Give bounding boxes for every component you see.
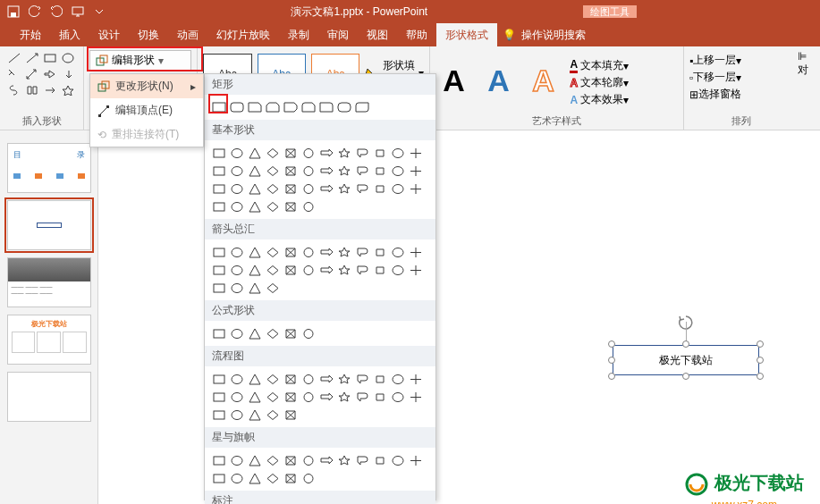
tab-help[interactable]: 帮助: [397, 23, 436, 46]
shape-option[interactable]: [389, 370, 407, 388]
shape-option[interactable]: [210, 469, 228, 487]
tab-record[interactable]: 录制: [279, 23, 318, 46]
shape-option[interactable]: [210, 406, 228, 424]
slideshow-icon[interactable]: [68, 2, 88, 21]
shape-option[interactable]: [335, 243, 353, 261]
shape-option[interactable]: [300, 243, 317, 261]
shape-option[interactable]: [264, 370, 282, 388]
shape-option[interactable]: [407, 451, 425, 469]
shape-option[interactable]: [228, 162, 246, 180]
shape-option[interactable]: [264, 144, 282, 162]
shape-option[interactable]: [210, 388, 228, 406]
shape-option[interactable]: [300, 197, 317, 215]
shape-option[interactable]: [282, 388, 300, 406]
shape-rectangle[interactable]: [210, 98, 228, 116]
text-effects-button[interactable]: A文本效果 ▾: [570, 91, 629, 108]
shape-option[interactable]: [407, 370, 425, 388]
shape-option[interactable]: [246, 279, 264, 297]
shape-option[interactable]: [228, 144, 246, 162]
shape-option[interactable]: [317, 370, 335, 388]
shape-option[interactable]: [317, 451, 335, 469]
tab-view[interactable]: 视图: [358, 23, 397, 46]
shape-option[interactable]: [335, 388, 353, 406]
shape-option[interactable]: [371, 261, 389, 279]
shape-option[interactable]: [407, 243, 425, 261]
shape-option[interactable]: [317, 261, 335, 279]
shape-option[interactable]: [228, 243, 246, 261]
shape-option[interactable]: [282, 162, 300, 180]
shape-gallery-mini[interactable]: [5, 48, 86, 98]
edit-points-menuitem[interactable]: 编辑顶点(E): [90, 98, 203, 122]
shape-option[interactable]: [264, 406, 282, 424]
shape-option[interactable]: [246, 144, 264, 162]
shape-option[interactable]: [282, 144, 300, 162]
tab-slideshow[interactable]: 幻灯片放映: [207, 23, 279, 46]
shape-option[interactable]: [300, 144, 317, 162]
selection-pane-button[interactable]: ⊞ 选择窗格: [689, 86, 792, 103]
shape-option[interactable]: [264, 279, 282, 297]
shape-option[interactable]: [371, 451, 389, 469]
shape-round1[interactable]: [317, 98, 335, 116]
shape-option[interactable]: [210, 144, 228, 162]
shape-option[interactable]: [317, 162, 335, 180]
shape-option[interactable]: [300, 324, 317, 342]
shape-option[interactable]: [389, 162, 407, 180]
slide-thumbnail-5[interactable]: [7, 372, 91, 422]
shape-option[interactable]: [264, 162, 282, 180]
save-icon[interactable]: [4, 2, 23, 21]
bring-forward-button[interactable]: ▪ 上移一层 ▾: [689, 52, 792, 69]
shape-option[interactable]: [228, 180, 246, 197]
shape-option[interactable]: [246, 451, 264, 469]
change-shape-menuitem[interactable]: 更改形状(N)▸: [90, 74, 203, 98]
tab-home[interactable]: 开始: [11, 23, 50, 46]
shape-option[interactable]: [353, 370, 371, 388]
resize-handle-nw[interactable]: [608, 340, 615, 348]
shape-option[interactable]: [389, 261, 407, 279]
shape-option[interactable]: [371, 180, 389, 197]
shape-option[interactable]: [228, 197, 246, 215]
wordart-style[interactable]: A: [525, 63, 561, 98]
shape-option[interactable]: [300, 451, 317, 469]
shape-option[interactable]: [264, 180, 282, 197]
shape-option[interactable]: [246, 197, 264, 215]
tell-me-search[interactable]: 操作说明搜索: [521, 23, 595, 46]
selected-shape[interactable]: 极光下载站: [613, 345, 759, 375]
shape-option[interactable]: [246, 388, 264, 406]
shape-option[interactable]: [228, 261, 246, 279]
shape-option[interactable]: [282, 406, 300, 424]
shape-option[interactable]: [389, 180, 407, 197]
tab-review[interactable]: 审阅: [318, 23, 358, 46]
shape-option[interactable]: [228, 388, 246, 406]
shape-option[interactable]: [282, 197, 300, 215]
shape-option[interactable]: [300, 388, 317, 406]
shape-option[interactable]: [389, 243, 407, 261]
shape-option[interactable]: [282, 261, 300, 279]
shape-snip2[interactable]: [264, 98, 282, 116]
shape-snipround[interactable]: [300, 98, 317, 116]
shape-option[interactable]: [264, 197, 282, 215]
shape-option[interactable]: [282, 324, 300, 342]
shape-option[interactable]: [228, 451, 246, 469]
edit-shape-button[interactable]: 编辑形状 ▾: [89, 50, 191, 71]
tab-animations[interactable]: 动画: [168, 23, 207, 46]
tab-transitions[interactable]: 切换: [129, 23, 168, 46]
shape-option[interactable]: [300, 180, 317, 197]
wordart-style[interactable]: A: [435, 63, 471, 98]
slide-thumbnail-4[interactable]: 极光下载站: [7, 315, 91, 365]
resize-handle-n[interactable]: [682, 340, 689, 348]
shape-option[interactable]: [264, 243, 282, 261]
shape-option[interactable]: [335, 180, 353, 197]
shape-option[interactable]: [353, 243, 371, 261]
shape-option[interactable]: [264, 451, 282, 469]
shape-option[interactable]: [246, 261, 264, 279]
shape-option[interactable]: [210, 243, 228, 261]
shape-option[interactable]: [389, 451, 407, 469]
shape-option[interactable]: [210, 324, 228, 342]
shape-option[interactable]: [282, 370, 300, 388]
shape-option[interactable]: [300, 162, 317, 180]
shape-round2[interactable]: [335, 98, 353, 116]
shape-option[interactable]: [300, 469, 317, 487]
shape-option[interactable]: [210, 261, 228, 279]
tab-insert[interactable]: 插入: [50, 23, 89, 46]
shape-option[interactable]: [335, 144, 353, 162]
